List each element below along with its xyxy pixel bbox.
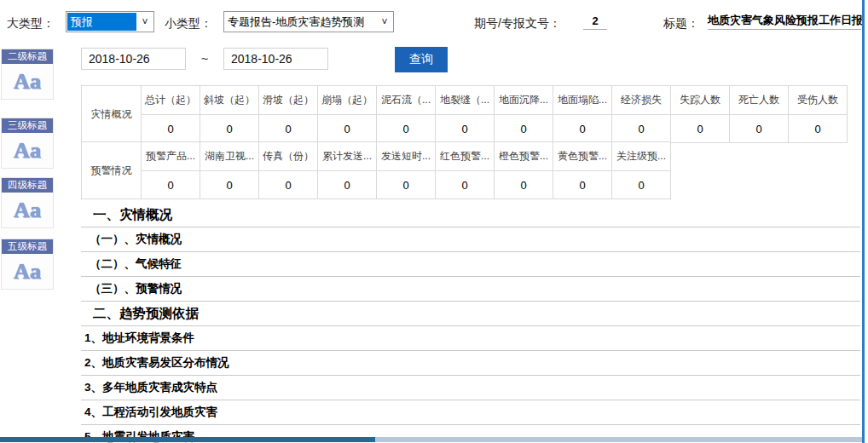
chevron-down-icon: ˅ [376,12,393,32]
table-cell-value: 0 [553,115,612,143]
column-header: 死亡人数 [730,86,789,115]
outline-item-2-3[interactable]: 3、多年地质灾害成灾特点 [81,376,860,400]
table-cell-value: 0 [318,115,377,143]
horizontal-scrollbar[interactable] [0,437,862,442]
horizontal-scrollbar-thumb[interactable] [0,437,375,442]
table-cell-value: 0 [553,171,612,199]
column-header: 黄色预警... [553,142,612,171]
table-cell-value: 0 [495,115,553,143]
document-outline: 一、灾情概况 （一）、灾情概况 （二）、气候特征 （三）、预警情况 二、趋势预测… [81,203,860,443]
column-header: 发送短时... [377,142,436,171]
column-header: 崩塌（起） [318,86,377,115]
table-cell-value: 0 [377,115,436,143]
title-field[interactable]: 地质灾害气象风险预报工作日报 [708,11,861,30]
major-type-selected-value: 预报 [67,13,136,31]
outline-item-2-2[interactable]: 2、地质灾害易发区分布情况 [81,351,860,376]
column-header: 斜坡（起） [200,86,259,115]
report-editor-window: 大类型： 预报 ˅ 小类型： 专题报告-地质灾害趋势预测 ˅ 期号/专报文号： … [0,0,868,443]
sidebar-item-heading2[interactable]: 二级标题 Aa [1,49,54,100]
date-range-separator: ~ [201,52,208,66]
table-cell-value: 0 [142,115,200,143]
table-cell-value: 0 [377,171,436,199]
table-cell-value: 0 [200,171,259,199]
minor-type-selected-value: 专题报告-地质灾害趋势预测 [224,12,376,32]
column-header: 失踪人数 [671,86,730,115]
table-row-label: 预警情况 [82,142,142,199]
column-header: 累计发送... [318,142,377,171]
table-row-label: 灾情概况 [82,86,142,143]
disaster-overview-table: 灾情概况 总计（起） 斜坡（起） 滑坡（起） 崩塌（起） 泥石流（... 地裂缝… [81,85,848,143]
heading3-title: 三级标题 [2,118,53,133]
issue-number-field[interactable]: 2 [583,12,607,30]
outline-section-2[interactable]: 二、趋势预测依据 [81,302,860,326]
outline-subsection-1-2[interactable]: （二）、气候特征 [81,252,860,277]
font-style-aa-icon: Aa [2,133,53,168]
font-style-aa-icon: Aa [2,193,53,227]
table-cell-value: 0 [318,171,377,199]
outline-item-2-4[interactable]: 4、工程活动引发地质灾害 [81,400,860,425]
date-to-input[interactable] [223,48,328,70]
major-type-select[interactable]: 预报 ˅ [66,11,154,32]
column-header: 湖南卫视... [200,142,259,171]
table-cell-value: 0 [612,171,671,199]
column-header: 经济损失 [612,86,671,115]
query-button[interactable]: 查询 [395,47,448,72]
issue-number-label: 期号/专报文号： [474,16,561,32]
table-cell-value: 0 [142,171,200,199]
column-header: 关注级预... [612,142,671,171]
table-cell-value: 0 [789,115,848,143]
table-cell-value: 0 [730,115,789,143]
column-header: 传真（份） [259,142,318,171]
column-header: 受伤人数 [789,86,848,115]
outline-subsection-1-1[interactable]: （一）、灾情概况 [81,227,860,252]
table-cell-value: 0 [671,115,730,143]
chevron-down-icon: ˅ [136,12,153,32]
column-header: 地面沉降... [495,86,553,115]
column-header: 红色预警... [436,142,495,171]
column-header: 滑坡（起） [259,86,318,115]
minor-type-label: 小类型： [165,16,212,32]
table-cell-value: 0 [436,115,495,143]
column-header: 地面塌陷... [553,86,612,115]
minor-type-select[interactable]: 专题报告-地质灾害趋势预测 ˅ [223,11,394,32]
table-cell-value: 0 [200,115,259,143]
sidebar-item-heading4[interactable]: 四级标题 Aa [1,177,54,228]
column-header: 总计（起） [142,86,200,115]
title-label: 标题： [663,16,699,32]
window-right-border [862,0,865,443]
column-header: 地裂缝（... [436,86,495,115]
column-header: 预警产品... [142,142,200,171]
table-cell-value: 0 [436,171,495,199]
heading5-title: 五级标题 [2,239,53,254]
outline-subsection-1-3[interactable]: （三）、预警情况 [81,277,860,302]
font-style-aa-icon: Aa [2,64,53,99]
date-from-input[interactable] [81,48,186,70]
table-cell-value: 0 [259,171,318,199]
outline-item-2-1[interactable]: 1、地址环境背景条件 [81,326,860,351]
heading2-title: 二级标题 [2,49,53,64]
warning-status-table: 预警情况 预警产品... 湖南卫视... 传真（份） 累计发送... 发送短时.… [81,141,671,199]
outline-section-1[interactable]: 一、灾情概况 [81,203,860,227]
heading4-title: 四级标题 [2,178,53,193]
table-cell-value: 0 [259,115,318,143]
font-style-aa-icon: Aa [2,254,53,289]
table-cell-value: 0 [612,115,671,143]
sidebar-item-heading3[interactable]: 三级标题 Aa [1,118,54,169]
sidebar-item-heading5[interactable]: 五级标题 Aa [1,239,54,290]
column-header: 橙色预警... [495,142,553,171]
table-cell-value: 0 [495,171,553,199]
major-type-label: 大类型： [7,16,55,32]
column-header: 泥石流（... [377,86,436,115]
